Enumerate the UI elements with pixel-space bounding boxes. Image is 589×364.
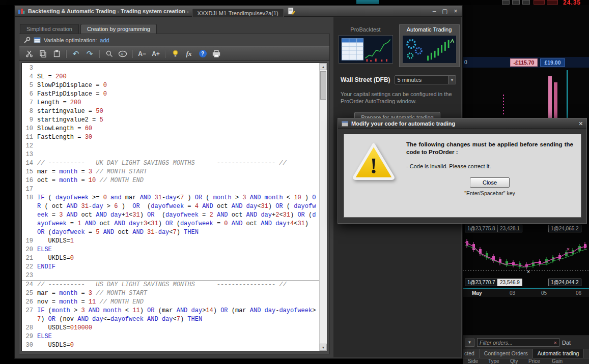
column-qty[interactable]: Qty [510,358,528,364]
code-text[interactable] [37,142,319,150]
code-text[interactable]: startingvalue2 = 5 [37,116,319,125]
clear-filter-icon[interactable]: × [554,340,557,346]
automatic-trading-mode[interactable]: Automatic Trading [399,24,460,67]
code-text[interactable]: // ---------- US DAY LIGHT SAVINGS MONTH… [37,281,319,289]
code-text[interactable]: // ---------- UK DAY LIGHT SAVINGS MONTH… [37,159,319,168]
code-text[interactable]: UKDLS=1 [37,237,319,246]
filter-orders-input[interactable]: Filter orders... × [477,338,559,347]
maximize-button[interactable]: ▢ [441,8,448,15]
code-line[interactable]: 24// ---------- US DAY LIGHT SAVINGS MON… [22,281,319,289]
toolbar-mini-icon[interactable] [522,0,530,5]
copy-icon[interactable] [38,49,47,59]
code-line[interactable]: 29ELSE [22,332,319,341]
code-text[interactable]: ELSE [37,332,319,341]
orders-tab-automatic-trading[interactable]: Automatic trading [533,349,584,358]
search-icon[interactable] [104,49,114,59]
document-tab[interactable]: XXXDJI-M1-TrendImpulsev2a(1) [192,8,284,17]
code-line[interactable]: 9startingvalue2 = 5 [22,116,319,125]
code-text[interactable]: startingvalue = 50 [37,107,319,116]
toolbar-mini-icon[interactable] [502,0,510,5]
column-price[interactable]: Price [528,358,552,364]
dialog-titlebar[interactable]: Modify your code for automatic trading × [338,118,586,129]
code-text[interactable]: SlowPipDisplace = 0 [37,81,319,90]
dialog-close-icon[interactable]: × [579,120,583,127]
code-text[interactable]: ENDIF [37,350,319,351]
code-line[interactable]: 12 [22,142,319,150]
code-text[interactable]: IF (month > 3 AND month < 11) OR (mar AN… [37,307,319,324]
code-line[interactable]: 26nov = month = 11 // MONTH END [22,298,319,307]
dialog-close-button[interactable]: Close [470,177,510,188]
code-line[interactable]: 28 USDLS=010000 [22,324,319,332]
code-line[interactable]: 21 UKDLS=0 [22,254,319,263]
code-line[interactable]: 10SlowLength = 60 [22,125,319,133]
probacktest-mode[interactable]: ProBacktest [335,24,396,67]
undo-icon[interactable]: ↶ [71,49,80,59]
code-line[interactable]: 15mar = month = 3 // MONTH START [22,168,319,176]
code-line[interactable]: 7Length = 200 [22,99,319,107]
scroll-down-icon[interactable]: ▼ [320,344,327,351]
redo-icon[interactable]: ↷ [85,49,94,59]
code-line[interactable]: 18IF ( dayofweek >= 0 and mar AND 31-day… [22,194,319,237]
wrench-icon[interactable] [23,37,31,44]
code-text[interactable] [37,271,319,280]
code-text[interactable]: oct = month = 10 // MONTH END [37,176,319,185]
toolbar-mini-icon[interactable] [512,0,520,5]
code-text[interactable]: FastLength = 30 [37,133,319,142]
code-line[interactable]: 30 USDLS=0 [22,341,319,350]
code-line[interactable]: 14// ---------- UK DAY LIGHT SAVINGS MON… [22,159,319,168]
code-text[interactable]: IF ( dayofweek >= 0 and mar AND 31-day<7… [37,194,319,237]
code-line[interactable]: 27IF (month > 3 AND month < 11) OR (mar … [22,307,319,324]
code-text[interactable]: Length = 200 [37,99,319,107]
decrease-font-icon[interactable]: A− [137,49,147,59]
code-text[interactable] [37,64,319,73]
editor-scrollbar[interactable]: ▲ ▼ [319,63,327,351]
code-line[interactable]: 20ELSE [22,246,319,254]
buy-button-fragment[interactable] [547,0,558,5]
cut-icon[interactable] [24,49,34,59]
code-line[interactable]: 11FastLength = 30 [22,133,319,142]
code-line[interactable]: 6FastPipDisplace = 0 [22,90,319,99]
code-line[interactable]: 17 [22,185,319,194]
code-text[interactable]: ENDIF [37,263,319,271]
print-icon[interactable] [212,49,221,59]
function-icon[interactable]: fx [184,49,193,59]
scrollbar-thumb[interactable] [320,71,326,100]
help-icon[interactable]: ? [198,49,207,59]
code-text[interactable]: UKDLS=0 [37,254,319,263]
code-line[interactable]: 13 [22,150,319,159]
code-text[interactable]: SL = 200 [37,73,319,81]
orders-tab-contingent[interactable]: Contingent Orders [480,349,533,358]
paste-icon[interactable] [52,49,61,59]
code-line[interactable]: 5SlowPipDisplace = 0 [22,81,319,90]
code-text[interactable]: USDLS=010000 [37,324,319,332]
code-text[interactable]: nov = month = 11 // MONTH END [37,298,319,307]
lightbulb-icon[interactable] [171,49,180,59]
code-line[interactable]: 8startingvalue = 50 [22,107,319,116]
code-text[interactable]: mar = month = 3 // MONTH START [37,289,319,298]
code-text[interactable] [37,150,319,159]
comment-icon[interactable]: // [118,49,127,59]
add-variable-link[interactable]: add [100,37,109,43]
code-line[interactable]: 31ENDIF [22,350,319,351]
code-line[interactable]: 16oct = month = 10 // MONTH END [22,176,319,185]
code-line[interactable]: 4SL = 200 [22,73,319,81]
code-text[interactable] [37,185,319,194]
code-line[interactable]: 19 UKDLS=1 [22,237,319,246]
sell-button-fragment[interactable] [534,0,545,5]
code-line[interactable]: 22ENDIF [22,263,319,271]
orders-dropdown[interactable]: ▼ [465,339,474,347]
code-text[interactable]: SlowLength = 60 [37,125,319,133]
column-gain[interactable]: Gain [552,358,572,364]
code-text[interactable]: USDLS=0 [37,341,319,350]
code-line[interactable]: 25mar = month = 3 // MONTH START [22,289,319,298]
code-line[interactable]: 3 [22,64,319,73]
timeframe-select[interactable]: 5 minutes ▼ [395,75,456,84]
variable-list-icon[interactable] [34,37,41,43]
tab-creation-by-programming[interactable]: Creation by programming [80,24,157,34]
tab-simplified-creation[interactable]: Simplified creation [20,24,79,34]
code-line[interactable]: 23 [22,271,319,281]
scroll-up-icon[interactable]: ▲ [320,63,327,70]
edit-document-icon[interactable] [287,7,296,15]
window-titlebar[interactable]: Backtesting & Automatic Trading - Tradin… [15,6,462,17]
code-text[interactable]: mar = month = 3 // MONTH START [37,168,319,176]
